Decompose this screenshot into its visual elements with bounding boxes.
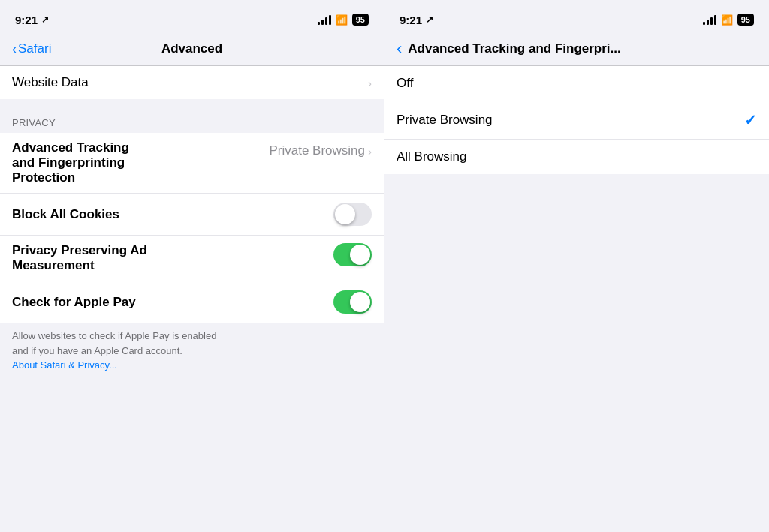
apple-pay-toggle[interactable] xyxy=(333,290,372,314)
privacy-ad-toggle[interactable] xyxy=(333,243,372,266)
time-right: 9:21 xyxy=(400,14,422,26)
block-cookies-label: Block All Cookies xyxy=(12,207,119,222)
tracking-cell[interactable]: Advanced Tracking and Fingerprinting Pro… xyxy=(0,133,384,194)
option-off[interactable]: Off xyxy=(384,66,769,101)
footer-note: Allow websites to check if Apple Pay is … xyxy=(0,323,384,385)
chevron-right-icon-tracking: › xyxy=(368,145,372,158)
right-spacer xyxy=(384,174,769,532)
website-data-right: › xyxy=(368,77,372,89)
chevron-left-icon-right[interactable]: ‹ xyxy=(397,41,402,57)
apple-pay-label: Check for Apple Pay xyxy=(12,295,136,310)
status-icons-left: 📶 95 xyxy=(318,14,369,26)
apple-pay-cell[interactable]: Check for Apple Pay xyxy=(0,281,384,323)
privacy-ad-label-block: Privacy Preserving Ad Measurement xyxy=(12,243,333,273)
toggle-thumb-ad xyxy=(350,245,370,265)
tracking-cell-right: Private Browsing › xyxy=(269,140,372,158)
signal-icon-left xyxy=(318,15,331,25)
battery-right: 95 xyxy=(737,14,754,26)
right-panel: 9:21 ↗ 📶 95 ‹ Advanced Tracking and Fing… xyxy=(384,0,769,532)
left-spacer xyxy=(0,385,384,533)
footer-text: Allow websites to check if Apple Pay is … xyxy=(12,330,216,356)
nav-bar-left: ‹ Safari Advanced xyxy=(0,33,384,66)
privacy-ad-cell[interactable]: Privacy Preserving Ad Measurement xyxy=(0,236,384,281)
tracking-label-line2: and Fingerprinting xyxy=(12,155,269,170)
website-data-group: Website Data › xyxy=(0,66,384,99)
chevron-right-icon-website: › xyxy=(368,77,372,89)
page-title-left: Advanced xyxy=(161,41,222,56)
website-data-cell[interactable]: Website Data › xyxy=(0,66,384,99)
tracking-value: Private Browsing xyxy=(269,143,365,158)
status-icons-right: 📶 95 xyxy=(703,14,754,26)
footer-link[interactable]: About Safari & Privacy... xyxy=(12,359,117,371)
option-all-browsing[interactable]: All Browsing xyxy=(384,140,769,174)
back-label-left: Safari xyxy=(18,41,51,56)
privacy-list-group: Advanced Tracking and Fingerprinting Pro… xyxy=(0,133,384,323)
status-bar-left: 9:21 ↗ 📶 95 xyxy=(0,0,384,33)
privacy-ad-line2: Measurement xyxy=(12,258,333,273)
privacy-section-header: PRIVACY xyxy=(0,105,384,133)
block-cookies-cell[interactable]: Block All Cookies xyxy=(0,194,384,236)
option-private-browsing[interactable]: Private Browsing ✓ xyxy=(384,101,769,140)
toggle-thumb-cookies xyxy=(335,204,355,224)
left-panel: 9:21 ↗ 📶 95 ‹ Safari Advanced Website Da… xyxy=(0,0,384,532)
chevron-left-icon: ‹ xyxy=(12,42,17,56)
time-left: 9:21 xyxy=(15,14,38,26)
status-bar-right: 9:21 ↗ 📶 95 xyxy=(384,0,769,33)
option-private-browsing-label: Private Browsing xyxy=(397,113,493,128)
battery-left: 95 xyxy=(352,14,369,26)
checkmark-icon: ✓ xyxy=(744,111,757,129)
block-cookies-toggle[interactable] xyxy=(333,203,372,226)
tracking-label-block: Advanced Tracking and Fingerprinting Pro… xyxy=(12,140,269,185)
location-icon-left: ↗ xyxy=(41,14,49,25)
nav-bar-right: ‹ Advanced Tracking and Fingerpri... xyxy=(384,33,769,66)
status-time-left: 9:21 ↗ xyxy=(15,14,49,26)
location-icon-right: ↗ xyxy=(426,14,433,25)
status-time-right: 9:21 ↗ xyxy=(400,14,433,26)
tracking-label-line1: Advanced Tracking xyxy=(12,140,269,155)
toggle-thumb-applepay xyxy=(350,292,370,312)
option-off-label: Off xyxy=(397,76,413,91)
tracking-label-line3: Protection xyxy=(12,170,269,185)
signal-icon-right xyxy=(703,15,716,25)
back-button-left[interactable]: ‹ Safari xyxy=(12,41,51,56)
wifi-icon-left: 📶 xyxy=(336,14,348,26)
option-all-browsing-label: All Browsing xyxy=(397,149,467,164)
gap1 xyxy=(0,99,384,105)
website-data-label: Website Data xyxy=(12,75,89,90)
page-title-right: Advanced Tracking and Fingerpri... xyxy=(408,41,620,56)
privacy-ad-line1: Privacy Preserving Ad xyxy=(12,243,333,258)
options-list-group: Off Private Browsing ✓ All Browsing xyxy=(384,66,769,174)
wifi-icon-right: 📶 xyxy=(721,14,733,26)
